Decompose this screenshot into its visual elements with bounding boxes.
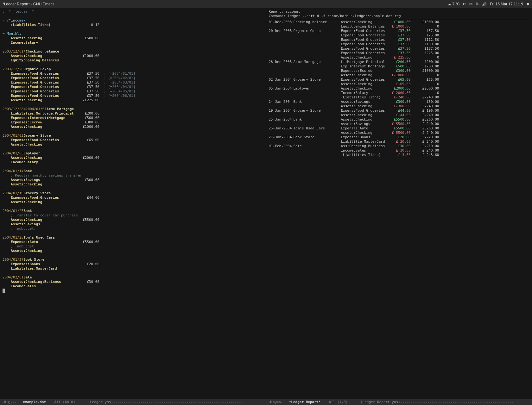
posting-account: Income:Salary [11, 40, 74, 45]
report-account: Assets:Savings [341, 122, 389, 126]
posting-account: Expenses:Interest:Mortgage [11, 116, 74, 120]
posting-amount: £65.00 [74, 138, 99, 142]
mail-icon[interactable]: ✉ [469, 2, 472, 6]
report-account: Expens:Food:Groceries [341, 109, 389, 113]
report-total: £1000.00 [411, 20, 439, 24]
report-payee [294, 91, 341, 95]
report-date [269, 73, 294, 78]
modeline-modes: (Ledger yas) [88, 400, 113, 404]
xact-payee: Acme Mortgage [47, 107, 74, 111]
report-command: Command: ledger --sort d -f /home/borbus… [269, 14, 530, 18]
modeline-flags: -U:@--- [2, 400, 16, 404]
report-row: Expenses:Escrow£300.00£1000.00 [269, 69, 530, 73]
report-date [269, 91, 294, 95]
report-payee [294, 55, 341, 60]
report-total: £-240.00 [411, 148, 439, 153]
report-total: 0 [411, 91, 439, 95]
posting-amount: £37.50 [74, 94, 99, 98]
posting-account: Expenses:Food:Groceries [11, 76, 74, 80]
report-account: Assets:Checking [341, 55, 389, 60]
report-total: £5260.00 [411, 126, 439, 131]
report-date: 14-Jan-2004 [269, 100, 294, 104]
posting-account: Assets:Checking [11, 182, 74, 187]
xact-payee: Employer [23, 151, 40, 156]
xact-date: 2004/01/14 [3, 169, 23, 173]
settings-gear-icon[interactable]: ✹ [526, 2, 529, 6]
report-total: £200.00 [411, 60, 439, 64]
report-row: 01-Feb-2004SaleAss:Checking:Business£30.… [269, 144, 530, 148]
report-total: £-243.60 [411, 153, 439, 157]
xact-comment: ; :nobudget: [11, 244, 36, 249]
posting-account: Income:Salary [11, 160, 74, 165]
weather-indicator[interactable]: ☁ 7 °C [447, 2, 460, 6]
posting-account: Assets:Checking [11, 156, 74, 160]
report-date: 01-Feb-2004 [269, 144, 294, 148]
report-date: 25-Jan-2004 [269, 126, 294, 131]
report-row: Assets:Checking£-5500.00£-240.00 [269, 131, 530, 135]
report-account: Expens:Food:Groceries [341, 29, 389, 33]
report-account: Equi:Opening Balances [341, 24, 389, 29]
modeline-fill: ----------------------------------------… [113, 400, 243, 404]
posting-amount: £200.00 [74, 111, 99, 116]
report-amount: £500.00 [389, 64, 411, 69]
xact-date: 2003/12/20 [3, 67, 23, 72]
report-row: Expens:Food:Groceries£37.50£150.00 [269, 42, 530, 47]
report-amount: £300.00 [389, 100, 411, 104]
posting-note: ; [=2004/06/01] [99, 94, 135, 98]
report-amount: £-65.00 [389, 82, 411, 86]
report-amount: £5500.00 [389, 126, 411, 131]
report-separator [269, 19, 530, 19]
ledger-report-buffer[interactable]: Report: accountCommand: ledger --sort d … [266, 8, 532, 399]
posting-account: Assets:Checking [11, 200, 74, 204]
xact-date: 2004/02/01 [3, 275, 23, 280]
report-row: 19-Jan-2004Grocery StoreExpens:Food:Groc… [269, 109, 530, 113]
network-icon[interactable]: ⇅ [476, 2, 479, 6]
report-account: Assets:Checking [341, 117, 389, 122]
modeline-buffer-name: *Ledger Report* [289, 400, 320, 404]
volume-icon[interactable]: 🔊 [482, 2, 487, 6]
report-date [269, 47, 294, 51]
report-row: Liabilitie:MasterCard£-20.00£-240.00 [269, 140, 530, 144]
posting-amount: -£225.00 [74, 98, 99, 103]
posting-amount [74, 284, 99, 289]
report-account: Assets:Savings [341, 100, 389, 104]
report-total: 0 [411, 24, 439, 29]
xact-date: 2004/01/19 [3, 191, 23, 196]
report-date: 27-Jan-2004 [269, 135, 294, 140]
report-row: Assets:Checking£-225.000 [269, 55, 530, 60]
posting-amount: £500.00 [74, 36, 99, 40]
report-account: Assets:Checking [341, 73, 389, 78]
modeline-fill: ----------------------------------------… [400, 400, 514, 404]
report-payee: Acme Mortgage [294, 60, 341, 64]
posting-amount: £37.50 [74, 89, 99, 94]
posting-note: ; [=2004/04/01] [99, 85, 135, 89]
report-payee [294, 51, 341, 55]
report-date [269, 104, 294, 109]
refresh-icon[interactable]: ⟳ [463, 2, 466, 6]
ledger-source-buffer[interactable]: ; -*- ledger -*- = /^Income/(Liabilities… [0, 8, 266, 399]
posting-amount: £5500.00 [74, 218, 99, 222]
report-account: Assets:Checking [341, 104, 389, 109]
xact-comment: ; :nobudget: [11, 227, 36, 231]
xact-date: 2004/01/05 [3, 151, 23, 156]
report-row: 25-Jan-2004BankAssets:Checking£5500.00£5… [269, 117, 530, 122]
report-total: £-210.00 [411, 144, 439, 148]
posting-amount: -£1000.00 [74, 125, 99, 129]
posting-amount [74, 58, 99, 63]
xact-payee: Bank [23, 169, 32, 173]
clock[interactable]: Fri 15 Mar 17:11:19 [490, 2, 523, 6]
report-account: (Liabilities:Tithe) [341, 153, 389, 157]
report-amount: £2000.00 [389, 86, 411, 91]
report-payee [294, 24, 341, 29]
periodic-xact-period: ~ Monthly [3, 32, 22, 36]
report-amount: £44.00 [389, 109, 411, 113]
report-payee [294, 113, 341, 117]
report-payee [294, 148, 341, 153]
report-row: 20-Dec-2003Organic Co-opExpens:Food:Groc… [269, 29, 530, 33]
report-account: Assets:Checking [341, 82, 389, 86]
report-amount: £5500.00 [389, 117, 411, 122]
report-row: Expens:Food:Groceries£37.50£75.00 [269, 33, 530, 38]
posting-account: Liabilities:Mortgage:Principal [11, 111, 74, 116]
report-amount: £-300.00 [389, 104, 411, 109]
xact-payee: Checking balance [26, 49, 59, 54]
